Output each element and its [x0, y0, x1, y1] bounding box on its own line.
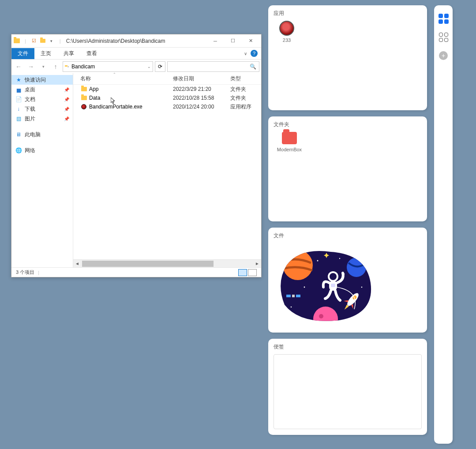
svg-point-13 — [317, 260, 319, 262]
file-name: BandicamPortable.exe — [89, 104, 142, 110]
scroll-thumb[interactable] — [82, 261, 214, 267]
file-row-data[interactable]: Data 2022/10/28 15:58 文件夹 — [73, 94, 261, 102]
pc-icon: 🖥 — [15, 131, 22, 138]
up-button[interactable]: ↑ — [50, 61, 61, 72]
file-name: Data — [89, 95, 100, 101]
close-button[interactable]: ✕ — [242, 35, 259, 47]
svg-point-3 — [319, 314, 323, 318]
pin-icon: 📌 — [64, 116, 69, 121]
file-type: 文件夹 — [230, 94, 246, 102]
widgets-grid-button[interactable] — [438, 32, 449, 42]
widget-title: 文件夹 — [274, 121, 422, 128]
tab-view[interactable]: 查看 — [80, 48, 103, 59]
add-button[interactable]: + — [438, 50, 449, 61]
svg-point-10 — [330, 273, 337, 280]
file-list: ⌃ 名称 修改日期 类型 App 2022/3/29 21:20 文件夹 Dat… — [73, 73, 261, 267]
pin-icon: 📌 — [64, 97, 69, 102]
files-widget: 文件 — [268, 228, 427, 333]
pin-icon: 📌 — [64, 87, 69, 92]
breadcrumb[interactable]: Bandicam — [71, 64, 95, 70]
file-explorer-window: | ☑ ▾ | C:\Users\Administrator\Desktop\B… — [11, 34, 262, 277]
file-date: 2020/12/24 20:00 — [173, 104, 230, 110]
details-view-button[interactable] — [238, 269, 247, 276]
svg-point-0 — [283, 250, 313, 280]
column-headers[interactable]: ⌃ 名称 修改日期 类型 — [73, 73, 261, 85]
address-bar: ← → ▾ ↑ › Bandicam ⌄ ⟳ 🔍 — [11, 59, 261, 73]
file-name: App — [89, 86, 98, 92]
svg-rect-8 — [296, 295, 300, 297]
tab-share[interactable]: 共享 — [57, 48, 80, 59]
dropdown-icon[interactable]: ▾ — [48, 37, 55, 45]
widget-title: 应用 — [274, 10, 422, 17]
folder-small-icon — [39, 37, 46, 45]
help-icon[interactable]: ? — [251, 50, 258, 57]
nav-label: 此电脑 — [25, 131, 41, 138]
document-icon: 📄 — [15, 96, 22, 103]
titlebar[interactable]: | ☑ ▾ | C:\Users\Administrator\Desktop\B… — [11, 34, 261, 48]
status-text: 3 个项目 — [16, 269, 34, 276]
pin-icon: 📌 — [64, 107, 69, 112]
notes-widget: 便签 — [268, 339, 427, 435]
network-icon: 🌐 — [15, 147, 22, 154]
space-illustration — [274, 247, 375, 322]
scroll-right-icon[interactable]: ► — [253, 261, 261, 266]
status-bar: 3 个项目 | — [11, 267, 261, 277]
file-date: 2022/3/29 21:20 — [173, 86, 230, 92]
svg-point-14 — [339, 258, 340, 259]
notes-textarea[interactable] — [274, 354, 422, 429]
nav-label: 文档 — [25, 96, 35, 103]
svg-rect-6 — [292, 295, 295, 297]
folder-item-modernbox[interactable]: ModernBox — [274, 132, 305, 152]
nav-this-pc[interactable]: 🖥 此电脑 — [11, 130, 73, 139]
nav-label: 下载 — [25, 105, 35, 113]
file-type: 应用程序 — [230, 103, 251, 111]
download-icon: ↓ — [15, 105, 22, 112]
forward-button[interactable]: → — [26, 61, 36, 72]
apps-grid-button[interactable] — [438, 13, 449, 24]
maximize-button[interactable]: ☐ — [224, 35, 242, 47]
nav-downloads[interactable]: ↓ 下载 📌 — [11, 104, 73, 114]
tab-home[interactable]: 主页 — [34, 48, 57, 59]
scroll-left-icon[interactable]: ◄ — [73, 261, 81, 266]
nav-documents[interactable]: 📄 文档 📌 — [11, 94, 73, 104]
col-date[interactable]: 修改日期 — [173, 75, 230, 82]
chevron-down-icon[interactable]: ∨ — [244, 51, 247, 56]
nav-pictures[interactable]: ▧ 图片 📌 — [11, 114, 73, 123]
svg-point-18 — [344, 273, 345, 275]
file-type: 文件夹 — [230, 86, 246, 93]
nav-network[interactable]: 🌐 网络 — [11, 146, 73, 155]
svg-rect-7 — [286, 295, 291, 297]
app-item-233[interactable]: 233 — [274, 21, 300, 43]
window-title: C:\Users\Administrator\Desktop\Bandicam — [66, 38, 165, 44]
star-icon: ★ — [15, 76, 22, 83]
exe-icon — [80, 104, 87, 109]
folder-icon — [80, 87, 87, 91]
minimize-button[interactable]: ─ — [206, 35, 224, 47]
navigation-pane: ★ 快速访问 ▅ 桌面 📌 📄 文档 📌 ↓ 下载 📌 — [11, 73, 73, 267]
back-button[interactable]: ← — [13, 61, 24, 72]
col-name[interactable]: 名称 — [80, 75, 173, 82]
widget-title: 文件 — [274, 232, 422, 239]
refresh-button[interactable]: ⟳ — [155, 61, 165, 72]
svg-rect-12 — [331, 284, 335, 287]
nav-quick-access[interactable]: ★ 快速访问 — [11, 75, 73, 85]
chevron-down-icon[interactable]: ⌄ — [147, 64, 151, 69]
col-type[interactable]: 类型 — [230, 75, 261, 82]
large-icons-view-button[interactable] — [248, 269, 257, 276]
folder-icon — [13, 37, 20, 45]
launcher-bar: + — [434, 5, 453, 444]
nav-desktop[interactable]: ▅ 桌面 📌 — [11, 85, 73, 94]
pictures-icon: ▧ — [15, 115, 22, 122]
tab-file[interactable]: 文件 — [11, 48, 34, 59]
widget-panel: 应用 233 文件夹 ModernBox 文件 — [268, 5, 427, 435]
horizontal-scrollbar[interactable]: ◄ ► — [73, 259, 261, 267]
file-row-bandicam-exe[interactable]: BandicamPortable.exe 2020/12/24 20:00 应用… — [73, 102, 261, 111]
folder-label: ModernBox — [277, 147, 302, 152]
desktop-icon: ▅ — [15, 86, 22, 93]
file-row-app[interactable]: App 2022/3/29 21:20 文件夹 — [73, 85, 261, 94]
sort-indicator-icon: ⌃ — [113, 72, 116, 76]
recent-dropdown[interactable]: ▾ — [38, 61, 49, 72]
address-field[interactable]: › Bandicam ⌄ — [63, 61, 153, 72]
search-field[interactable]: 🔍 — [167, 61, 259, 72]
apps-widget: 应用 233 — [268, 5, 427, 110]
